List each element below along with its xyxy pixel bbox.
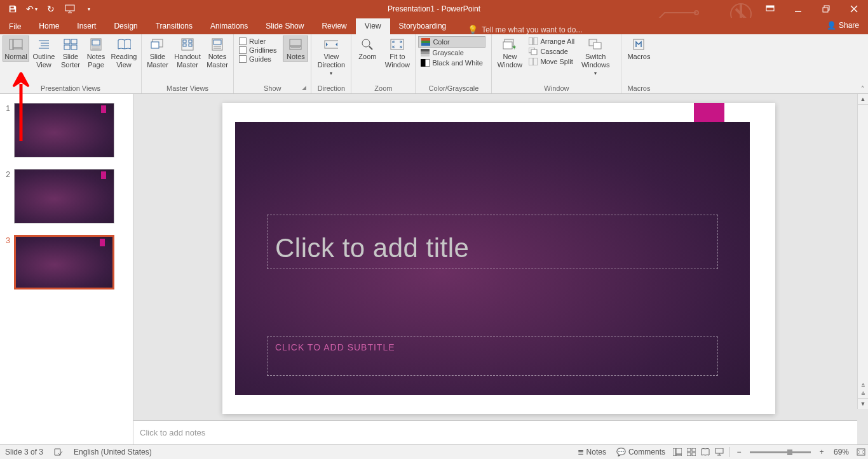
thumbnail-slide-3[interactable]: 3 [0, 235, 133, 289]
close-button[interactable] [840, 0, 868, 18]
zoom-out-button[interactable]: − [732, 445, 746, 460]
notes-page-button[interactable]: Notes Page [84, 36, 108, 69]
notes-toggle[interactable]: ≣Notes [573, 445, 611, 459]
normal-view-status-button[interactable] [670, 445, 684, 460]
zoom-slider[interactable] [750, 451, 811, 453]
share-button[interactable]: 👤 Share [823, 20, 863, 31]
black-white-button[interactable]: Black and White [418, 58, 485, 68]
svg-line-41 [369, 46, 372, 50]
tab-design[interactable]: Design [105, 18, 146, 34]
svg-rect-57 [531, 50, 537, 55]
svg-rect-44 [421, 41, 430, 43]
svg-rect-49 [421, 59, 425, 67]
fit-to-window-status-button[interactable] [854, 445, 868, 460]
reading-view-icon [117, 39, 131, 50]
tell-me-placeholder: Tell me what you want to do... [482, 25, 582, 34]
svg-rect-5 [766, 6, 774, 8]
svg-rect-66 [687, 448, 691, 451]
undo-button[interactable]: ↶▾ [23, 1, 41, 17]
outline-view-button[interactable]: Outline View [31, 36, 57, 69]
collapse-ribbon-button[interactable]: ˄ [861, 85, 864, 92]
reading-view-button[interactable]: Reading View [109, 36, 139, 69]
minimize-icon [794, 5, 802, 13]
tab-review[interactable]: Review [313, 18, 355, 34]
checkbox-icon [239, 55, 247, 63]
workspace: 1 2 3 Click to add title CLICK TO ADD SU… [0, 94, 868, 444]
arrange-all-icon [529, 37, 538, 46]
zoom-in-button[interactable]: + [815, 445, 829, 460]
tab-home[interactable]: Home [30, 18, 68, 34]
handout-master-button[interactable]: Handout Master [172, 36, 203, 69]
svg-rect-10 [13, 39, 22, 48]
tab-transitions[interactable]: Transitions [147, 18, 201, 34]
scroll-down-button[interactable]: ▼ [858, 398, 868, 409]
thumbnail-slide-2[interactable]: 2 [0, 169, 133, 223]
slide-sorter-status-button[interactable] [684, 445, 698, 460]
fit-to-window-button[interactable]: Fit to Window [382, 36, 412, 69]
svg-rect-30 [183, 44, 186, 46]
tab-view[interactable]: View [356, 18, 390, 34]
slide-counter[interactable]: Slide 3 of 3 [0, 445, 48, 459]
move-split-button[interactable]: Move Split [526, 57, 577, 67]
view-direction-button[interactable]: View Direction ▾ [314, 36, 348, 77]
qat-customize-button[interactable]: ▾ [80, 1, 98, 17]
start-from-beginning-button[interactable] [61, 1, 79, 17]
svg-rect-61 [593, 43, 601, 49]
normal-view-button[interactable]: Normal [3, 36, 29, 62]
grayscale-button[interactable]: Grayscale [418, 48, 485, 58]
tell-me-search[interactable]: 💡 Tell me what you want to do... [468, 25, 582, 34]
zoom-button[interactable]: Zoom [354, 36, 381, 61]
quick-access-toolbar: ↶▾ ↻ ▾ [0, 1, 102, 17]
language-button[interactable]: English (United States) [69, 445, 157, 459]
svg-rect-8 [823, 8, 828, 12]
save-button[interactable] [4, 1, 22, 17]
tab-storyboarding[interactable]: Storyboarding [390, 18, 456, 34]
previous-slide-button[interactable]: ≜ [858, 382, 868, 390]
group-master-views: Slide Master Handout Master Notes Master… [142, 34, 234, 93]
ribbon-display-icon [766, 5, 775, 13]
zoom-level[interactable]: 69% [829, 445, 854, 459]
cascade-icon [529, 47, 538, 56]
switch-windows-button[interactable]: Switch Windows ▾ [578, 36, 613, 77]
slide-sorter-button[interactable]: Slide Sorter [58, 36, 83, 69]
vertical-scrollbar[interactable]: ▲ ≜ ≛ ▼ [857, 94, 868, 409]
ruler-checkbox[interactable]: Ruler [236, 37, 279, 46]
macros-button[interactable]: Macros [624, 36, 653, 61]
slide-canvas[interactable]: Click to add title CLICK TO ADD SUBTITLE [222, 103, 775, 414]
tab-slide-show[interactable]: Slide Show [257, 18, 313, 34]
svg-rect-42 [391, 39, 403, 50]
thumbnail-slide-1[interactable]: 1 [0, 103, 133, 157]
restore-button[interactable] [812, 0, 840, 18]
svg-rect-43 [421, 38, 430, 41]
redo-icon: ↻ [47, 4, 55, 14]
svg-rect-70 [715, 448, 723, 453]
guides-checkbox[interactable]: Guides [236, 55, 279, 63]
svg-rect-11 [13, 48, 22, 50]
slide-master-button[interactable]: Slide Master [144, 36, 171, 69]
file-tab[interactable]: File [0, 19, 30, 34]
notes-pane[interactable]: Click to add notes [133, 420, 857, 444]
new-window-button[interactable]: ✶ New Window [494, 36, 525, 69]
notes-master-button[interactable]: Notes Master [204, 36, 231, 69]
title-placeholder[interactable]: Click to add title [267, 215, 718, 269]
minimize-button[interactable] [784, 0, 812, 18]
subtitle-placeholder[interactable]: CLICK TO ADD SUBTITLE [267, 336, 718, 376]
redo-button[interactable]: ↻ [42, 1, 60, 17]
reading-view-status-button[interactable] [698, 445, 712, 460]
spell-check-button[interactable] [48, 445, 69, 459]
slideshow-status-button[interactable] [712, 445, 726, 460]
color-button[interactable]: Color [418, 36, 485, 48]
scroll-up-button[interactable]: ▲ [858, 94, 868, 105]
gridlines-checkbox[interactable]: Gridlines [236, 46, 279, 55]
cascade-button[interactable]: Cascade [526, 46, 577, 57]
next-slide-button[interactable]: ≛ [858, 390, 868, 398]
notes-button[interactable]: Notes [283, 36, 308, 62]
ribbon-display-button[interactable] [756, 0, 784, 18]
tab-animations[interactable]: Animations [201, 18, 257, 34]
comments-toggle[interactable]: 💬Comments [611, 445, 670, 459]
title-bar: ↶▾ ↻ ▾ Presentation1 - PowerPoint [0, 0, 868, 18]
arrange-all-button[interactable]: Arrange All [526, 36, 577, 46]
slide-background: Click to add title CLICK TO ADD SUBTITLE [235, 122, 750, 395]
show-dialog-launcher[interactable]: ◢ [302, 84, 309, 92]
tab-insert[interactable]: Insert [68, 18, 105, 34]
